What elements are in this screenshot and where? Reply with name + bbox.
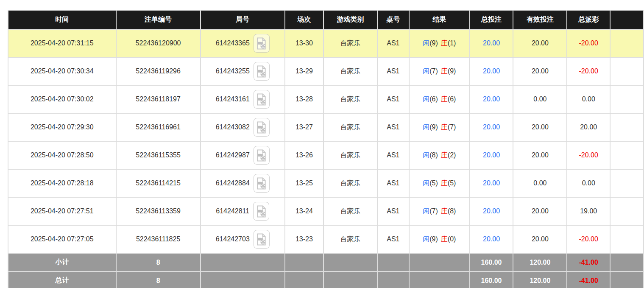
game-type-cell: 百家乐	[324, 170, 377, 197]
grand-total-empty-cell	[378, 272, 409, 288]
valid-bet-cell: 0.00	[513, 170, 566, 197]
time-cell: 2025-04-20 07:27:05	[8, 226, 116, 253]
subtotal-row: 小计 8 160.00 120.00 -41.00	[8, 254, 643, 271]
result-player-score: (9)	[429, 39, 438, 47]
round-number: 614243255	[216, 67, 250, 75]
result-banker-score: (8)	[448, 207, 456, 215]
col-header-time: 时间	[8, 11, 116, 29]
result-player-label: 闲	[423, 39, 429, 47]
video-replay-icon	[256, 177, 267, 190]
round-number: 614242987	[216, 151, 250, 159]
payout-cell: 19.00	[567, 198, 610, 225]
table-number-cell: AS1	[378, 198, 409, 225]
col-header-total-payout: 总派彩	[567, 11, 610, 29]
total-bet-link[interactable]: 20.00	[470, 170, 513, 197]
col-header-session: 场次	[285, 11, 323, 29]
table-header-row: 时间 注单编号 局号 场次 游戏类别 桌号 结果 总投注 有效投注 总派彩	[8, 11, 643, 29]
time-cell: 2025-04-20 07:28:50	[8, 142, 116, 169]
table-number-cell: AS1	[378, 30, 409, 57]
valid-bet-cell: 20.00	[513, 114, 566, 141]
result-banker-score: (1)	[448, 39, 456, 47]
table-row: 2025-04-20 07:27:05 522436111825 6142427…	[8, 226, 643, 253]
row-empty-cell	[611, 170, 643, 197]
total-bet-link[interactable]: 20.00	[470, 198, 513, 225]
total-bet-link[interactable]: 20.00	[470, 114, 513, 141]
video-replay-icon	[256, 65, 267, 78]
col-header-table-number: 桌号	[378, 11, 409, 29]
result-cell: 闲(9)庄(7)	[410, 114, 469, 141]
time-cell: 2025-04-20 07:30:34	[8, 58, 116, 85]
session-cell: 13-25	[285, 170, 323, 197]
video-replay-button[interactable]	[254, 62, 270, 81]
round-cell: 614242811	[201, 198, 284, 225]
subtotal-empty-cell	[378, 254, 409, 271]
total-bet-link[interactable]: 20.00	[470, 226, 513, 253]
bet-number-cell: 522436120900	[117, 30, 200, 57]
video-replay-icon	[256, 121, 267, 134]
result-banker-score: (0)	[448, 235, 456, 243]
table-number-cell: AS1	[378, 226, 409, 253]
grand-total-valid-bet: 120.00	[513, 272, 566, 288]
table-number-cell: AS1	[378, 86, 409, 113]
video-replay-icon	[256, 93, 267, 106]
valid-bet-cell: 20.00	[513, 30, 566, 57]
col-header-blank	[611, 11, 643, 29]
round-cell: 614242703	[201, 226, 284, 253]
table-number-cell: AS1	[378, 170, 409, 197]
result-cell: 闲(7)庄(9)	[410, 58, 469, 85]
round-cell: 614242884	[201, 170, 284, 197]
grand-total-empty-cell	[201, 272, 284, 288]
round-cell: 614243255	[201, 58, 284, 85]
table-row: 2025-04-20 07:30:34 522436119296 6142432…	[8, 58, 643, 85]
result-cell: 闲(5)庄(5)	[410, 170, 469, 197]
result-player-label: 闲	[423, 235, 429, 243]
session-cell: 13-24	[285, 198, 323, 225]
game-type-cell: 百家乐	[324, 198, 377, 225]
row-empty-cell	[611, 30, 643, 57]
grand-total-empty-cell	[611, 272, 643, 288]
video-replay-button[interactable]	[254, 34, 270, 53]
result-cell: 闲(6)庄(6)	[410, 86, 469, 113]
session-cell: 13-23	[285, 226, 323, 253]
video-replay-button[interactable]	[254, 174, 270, 193]
total-bet-link[interactable]: 20.00	[470, 58, 513, 85]
video-replay-icon	[256, 149, 267, 162]
result-banker-score: (6)	[448, 95, 456, 103]
game-type-cell: 百家乐	[324, 226, 377, 253]
row-empty-cell	[611, 226, 643, 253]
video-replay-button[interactable]	[254, 118, 270, 137]
result-player-score: (5)	[429, 179, 438, 187]
table-number-cell: AS1	[378, 114, 409, 141]
payout-cell: 0.00	[567, 86, 610, 113]
result-cell: 闲(9)庄(0)	[410, 226, 469, 253]
game-type-cell: 百家乐	[324, 30, 377, 57]
result-banker-label: 庄	[441, 67, 448, 75]
result-banker-label: 庄	[441, 235, 448, 243]
video-replay-button[interactable]	[254, 146, 270, 165]
valid-bet-cell: 0.00	[513, 86, 566, 113]
round-number: 614242811	[216, 207, 249, 215]
session-cell: 13-26	[285, 142, 323, 169]
payout-cell: -20.00	[567, 30, 610, 57]
col-header-valid-bet: 有效投注	[513, 11, 566, 29]
video-replay-button[interactable]	[254, 90, 270, 109]
grand-total-payout: -41.00	[567, 272, 610, 288]
session-cell: 13-30	[285, 30, 323, 57]
row-empty-cell	[611, 114, 643, 141]
result-player-label: 闲	[423, 151, 429, 159]
payout-cell: -20.00	[567, 142, 610, 169]
video-replay-button[interactable]	[254, 230, 270, 249]
row-empty-cell	[611, 198, 643, 225]
video-replay-button[interactable]	[253, 202, 269, 221]
result-player-label: 闲	[423, 95, 429, 103]
total-bet-link[interactable]: 20.00	[470, 142, 513, 169]
game-type-cell: 百家乐	[324, 58, 377, 85]
total-bet-link[interactable]: 20.00	[470, 30, 513, 57]
grand-total-total-bet: 160.00	[470, 272, 513, 288]
game-type-cell: 百家乐	[324, 142, 377, 169]
bet-number-cell: 522436111825	[117, 226, 200, 253]
total-bet-link[interactable]: 20.00	[470, 86, 513, 113]
result-player-score: (9)	[429, 235, 438, 243]
valid-bet-cell: 20.00	[513, 226, 566, 253]
table-row: 2025-04-20 07:30:02 522436118197 6142431…	[8, 86, 643, 113]
